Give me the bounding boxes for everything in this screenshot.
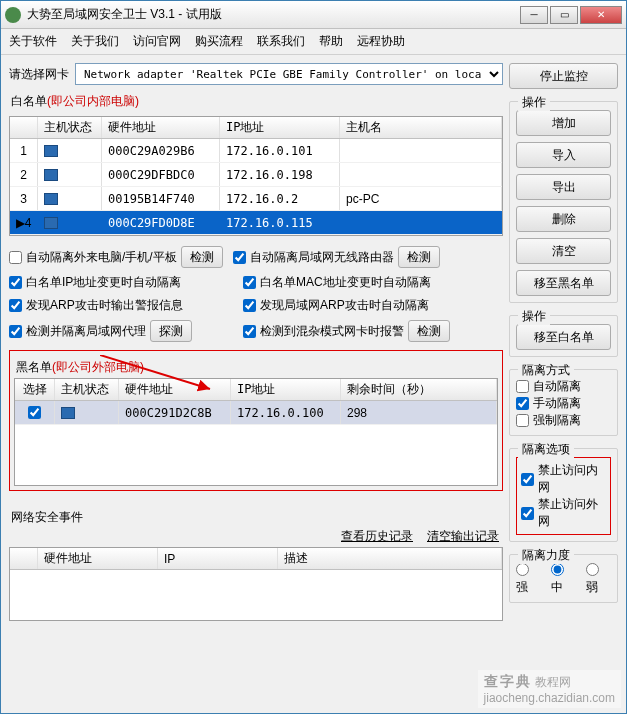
chk-mode-force[interactable]	[516, 414, 529, 427]
chk-wl-mac-change[interactable]	[243, 276, 256, 289]
col-status[interactable]: 主机状态	[38, 117, 102, 138]
chk-wl-ip-change[interactable]	[9, 276, 22, 289]
btn-detect-promisc[interactable]: 检测	[408, 320, 450, 342]
group-iso-strength: 隔离力度	[518, 547, 574, 564]
computer-icon	[44, 217, 58, 229]
computer-icon	[61, 407, 75, 419]
blacklist-table: 选择 主机状态 硬件地址 IP地址 剩余时间（秒） 000C291D2C8B 1…	[14, 378, 498, 486]
chk-auto-isolate-wifi[interactable]	[233, 251, 246, 264]
group-op2: 操作	[518, 308, 550, 325]
btn-detect-wifi[interactable]: 检测	[398, 246, 440, 268]
blacklist-caption: 黑名单(即公司外部电脑)	[16, 359, 498, 376]
chk-mode-auto[interactable]	[516, 380, 529, 393]
radio-medium[interactable]	[551, 563, 564, 576]
chk-auto-isolate-ext[interactable]	[9, 251, 22, 264]
chk-block-lan[interactable]	[521, 473, 534, 486]
titlebar: 大势至局域网安全卫士 V3.1 - 试用版 ─ ▭ ✕	[1, 1, 626, 29]
radio-strong[interactable]	[516, 563, 529, 576]
menu-remote[interactable]: 远程协助	[357, 33, 405, 50]
computer-icon	[44, 145, 58, 157]
minimize-button[interactable]: ─	[520, 6, 548, 24]
btn-export[interactable]: 导出	[516, 174, 611, 200]
table-row[interactable]: 000C291D2C8B 172.16.0.100 298	[15, 401, 497, 425]
btn-delete[interactable]: 删除	[516, 206, 611, 232]
menu-about-software[interactable]: 关于软件	[9, 33, 57, 50]
table-row[interactable]: ▶4000C29FD0D8E172.16.0.115	[10, 211, 502, 235]
col-ip[interactable]: IP地址	[220, 117, 340, 138]
btn-to-blacklist[interactable]: 移至黑名单	[516, 270, 611, 296]
menubar: 关于软件 关于我们 访问官网 购买流程 联系我们 帮助 远程协助	[1, 29, 626, 55]
chk-block-wan[interactable]	[521, 507, 534, 520]
window-title: 大势至局域网安全卫士 V3.1 - 试用版	[27, 6, 518, 23]
table-row[interactable]: 300195B14F740172.16.0.2pc-PC	[10, 187, 502, 211]
col-mac[interactable]: 硬件地址	[102, 117, 220, 138]
whitelist-table: 主机状态 硬件地址 IP地址 主机名 1000C29A029B6172.16.0…	[9, 116, 503, 236]
link-view-history[interactable]: 查看历史记录	[341, 528, 413, 545]
app-icon	[5, 7, 21, 23]
btn-probe[interactable]: 探测	[150, 320, 192, 342]
chk-arp-log[interactable]	[9, 299, 22, 312]
chk-detect-proxy[interactable]	[9, 325, 22, 338]
col-host[interactable]: 主机名	[340, 117, 502, 138]
link-clear-output[interactable]: 清空输出记录	[427, 528, 499, 545]
bl-row-check[interactable]	[28, 406, 41, 419]
events-caption: 网络安全事件	[11, 509, 503, 526]
btn-import[interactable]: 导入	[516, 142, 611, 168]
btn-stop-monitor[interactable]: 停止监控	[509, 63, 618, 89]
chk-arp-auto[interactable]	[243, 299, 256, 312]
computer-icon	[44, 169, 58, 181]
adapter-select[interactable]: Network adapter 'Realtek PCIe GBE Family…	[75, 63, 503, 85]
whitelist-caption: 白名单(即公司内部电脑)	[11, 93, 503, 110]
group-iso-opt: 隔离选项	[518, 441, 574, 458]
btn-add[interactable]: 增加	[516, 110, 611, 136]
maximize-button[interactable]: ▭	[550, 6, 578, 24]
adapter-label: 请选择网卡	[9, 66, 69, 83]
chk-mode-manual[interactable]	[516, 397, 529, 410]
table-row[interactable]: 1000C29A029B6172.16.0.101	[10, 139, 502, 163]
btn-clear[interactable]: 清空	[516, 238, 611, 264]
events-table: 硬件地址 IP 描述	[9, 547, 503, 621]
table-row[interactable]: 2000C29DFBDC0172.16.0.198	[10, 163, 502, 187]
menu-help[interactable]: 帮助	[319, 33, 343, 50]
menu-about-us[interactable]: 关于我们	[71, 33, 119, 50]
menu-website[interactable]: 访问官网	[133, 33, 181, 50]
group-iso-mode: 隔离方式	[518, 362, 574, 379]
close-button[interactable]: ✕	[580, 6, 622, 24]
menu-purchase[interactable]: 购买流程	[195, 33, 243, 50]
group-op1: 操作	[518, 94, 550, 111]
radio-weak[interactable]	[586, 563, 599, 576]
computer-icon	[44, 193, 58, 205]
menu-contact[interactable]: 联系我们	[257, 33, 305, 50]
btn-to-whitelist[interactable]: 移至白名单	[516, 324, 611, 350]
btn-detect-ext[interactable]: 检测	[181, 246, 223, 268]
chk-promisc[interactable]	[243, 325, 256, 338]
